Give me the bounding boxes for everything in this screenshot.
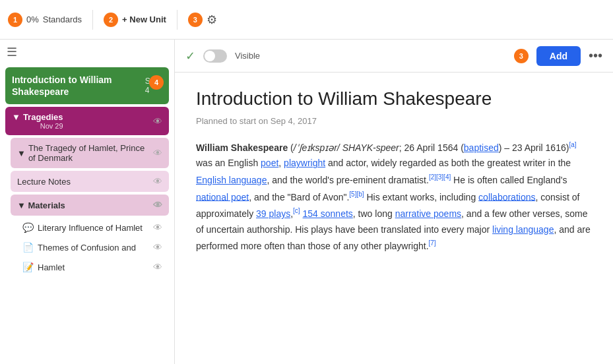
english-language-link[interactable]: English language (196, 175, 267, 185)
subsection-hamlet-title: ▼ The Tragedy of Hamlet, Prince of Denma… (17, 143, 153, 163)
chat-icon: 💬 (22, 222, 34, 233)
154-sonnets-link[interactable]: 154 sonnets (303, 208, 353, 219)
new-unit-label: + New Unit (122, 15, 166, 24)
standards-percent: 0% (26, 15, 39, 24)
divider-2 (177, 10, 177, 30)
playwright-link[interactable]: playwright (284, 158, 325, 168)
material-item-literary[interactable]: 💬 Literary Influence of Hamlet 👁 (16, 218, 169, 237)
sidebar: ☰ Introduction to William Shakespeare 4 … (0, 40, 175, 364)
materials-section[interactable]: ▼ Materials 👁 (11, 195, 169, 216)
hamlet-visibility-icon[interactable]: 👁 (153, 148, 162, 158)
new-unit-item[interactable]: 2 + New Unit (104, 13, 166, 27)
add-badge: 3 (514, 49, 529, 63)
materials-label: ▼ Materials (17, 200, 65, 210)
section-tragedies-title: ▼ Tragedies (12, 112, 63, 122)
tragedies-visibility-icon[interactable]: 👁 (153, 116, 162, 127)
section-tragedies[interactable]: ▼ Tragedies Nov 29 👁 (5, 107, 169, 135)
content-planned: Planned to start on Sep 4, 2017 (196, 116, 592, 126)
content-area: ✓ Visible 3 Add ••• Introduction to Will… (175, 40, 613, 364)
gear-icon: ⚙ (207, 13, 217, 27)
visible-label: Visible (235, 51, 260, 61)
content-body: Introduction to William Shakespeare Plan… (175, 73, 613, 364)
material3-visibility-icon[interactable]: 👁 (153, 262, 162, 272)
unit-title: Introduction to William Shakespeare (12, 74, 145, 98)
sidebar-header[interactable]: ☰ (0, 40, 174, 65)
materials-visibility-icon[interactable]: 👁 (153, 200, 162, 210)
narrative-poems-link[interactable]: narrative poems (395, 208, 461, 219)
unit-item-left: Introduction to William Shakespeare (12, 74, 145, 98)
hamburger-icon: ☰ (7, 45, 17, 59)
material-item-literary-left: 💬 Literary Influence of Hamlet (22, 222, 143, 233)
national-poet-link[interactable]: national poet (196, 191, 249, 202)
lecture-notes-item[interactable]: Lecture Notes 👁 (11, 171, 169, 192)
material-themes-label: Themes of Confusion and (38, 243, 136, 253)
divider-1 (92, 10, 93, 30)
39-plays-link[interactable]: 39 plays (256, 208, 290, 219)
material-hamlet-label: Hamlet (38, 262, 65, 272)
lecture-notes-label: Lecture Notes (17, 177, 71, 187)
content-paragraph: William Shakespeare (/ˈʃeɪkspɪər/ SHAYK-… (196, 139, 592, 255)
chevron-down-icon: ▼ (12, 112, 20, 122)
doc-icon: 📄 (22, 242, 34, 253)
visible-toggle[interactable] (203, 49, 227, 63)
material-item-hamlet[interactable]: 📝 Hamlet 👁 (16, 258, 169, 276)
material-literary-label: Literary Influence of Hamlet (38, 223, 143, 233)
material1-visibility-icon[interactable]: 👁 (153, 222, 162, 233)
more-options-button[interactable]: ••• (589, 48, 602, 63)
material-item-themes-left: 📄 Themes of Confusion and (22, 242, 136, 253)
lecture-visibility-icon[interactable]: 👁 (153, 176, 162, 187)
top-bar: 1 0% Standards 2 + New Unit 3 ⚙ (0, 0, 613, 40)
content-title: Introduction to William Shakespeare (196, 88, 592, 109)
edit-icon: 📝 (22, 262, 34, 272)
standards-label: Standards (43, 15, 82, 24)
content-toolbar: ✓ Visible 3 Add ••• (175, 40, 613, 73)
settings-badge: 3 (188, 13, 203, 27)
baptised-link[interactable]: baptised (464, 142, 499, 153)
collaborations-link[interactable]: collaborations (478, 191, 535, 202)
unit-right: 4 Sep 4 (145, 76, 162, 95)
chevron-icon: ▼ (17, 148, 26, 158)
main-layout: ☰ Introduction to William Shakespeare 4 … (0, 40, 613, 364)
material2-visibility-icon[interactable]: 👁 (153, 242, 162, 253)
standards-item[interactable]: 1 0% Standards (8, 13, 82, 27)
check-icon: ✓ (185, 49, 195, 63)
material-item-themes[interactable]: 📄 Themes of Confusion and 👁 (16, 238, 169, 257)
add-button[interactable]: Add (536, 46, 581, 66)
unit-item-shakespeare[interactable]: Introduction to William Shakespeare 4 Se… (5, 67, 169, 104)
toggle-knob (205, 51, 215, 61)
settings-item[interactable]: 3 ⚙ (188, 13, 217, 27)
living-language-link[interactable]: living language (492, 224, 554, 235)
materials-chevron: ▼ (17, 200, 28, 210)
section-tragedies-content: ▼ Tragedies Nov 29 (12, 112, 63, 130)
new-unit-badge: 2 (104, 13, 118, 27)
poet-link[interactable]: poet (261, 158, 278, 168)
material-item-hamlet-left: 📝 Hamlet (22, 262, 65, 272)
section-tragedies-date: Nov 29 (40, 122, 63, 130)
standards-badge: 1 (8, 13, 22, 27)
subsection-hamlet[interactable]: ▼ The Tragedy of Hamlet, Prince of Denma… (11, 138, 169, 168)
